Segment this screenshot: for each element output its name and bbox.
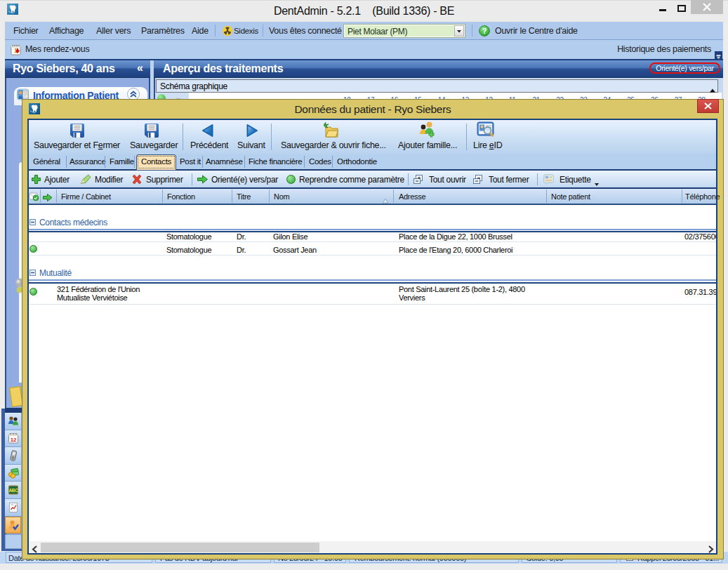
svg-text:?: ? <box>482 27 487 35</box>
svg-text:ABC: ABC <box>8 488 18 493</box>
svg-text:12: 12 <box>10 437 16 443</box>
